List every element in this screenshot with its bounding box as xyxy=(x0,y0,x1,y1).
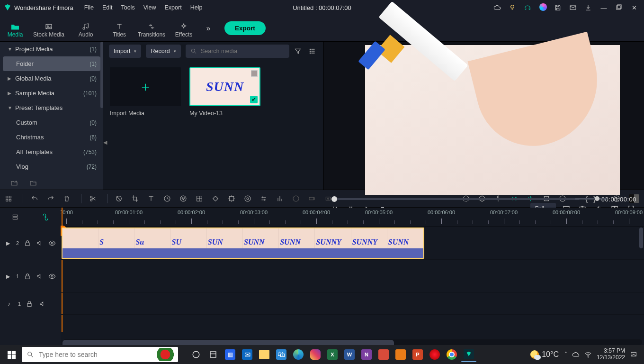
menu-tools[interactable]: Tools xyxy=(116,4,139,11)
tray-wifi-icon[interactable] xyxy=(584,351,592,358)
timeline-link-icon[interactable] xyxy=(42,213,49,221)
tab-titles[interactable]: Titles xyxy=(104,19,134,38)
tab-effects[interactable]: Effects xyxy=(169,19,199,38)
visibility-icon[interactable] xyxy=(48,239,56,247)
new-folder-icon[interactable] xyxy=(10,179,18,187)
mute-icon[interactable] xyxy=(39,300,47,308)
taskbar-app-pdf[interactable] xyxy=(376,347,391,362)
sidebar-item-sample-media[interactable]: ▶Sample Media (101) xyxy=(0,86,103,100)
mask-icon[interactable] xyxy=(244,195,254,202)
lock-icon[interactable] xyxy=(24,239,31,247)
tracking-icon[interactable] xyxy=(228,195,238,202)
window-minimize[interactable]: — xyxy=(599,4,608,11)
chroma-key-icon[interactable] xyxy=(292,195,303,202)
mute-icon[interactable] xyxy=(36,239,44,247)
sidebar-item-folder[interactable]: Folder (1) xyxy=(3,56,100,71)
taskbar-app-store[interactable]: 🛍 xyxy=(274,347,289,362)
menu-export[interactable]: Export xyxy=(161,4,186,11)
mute-icon[interactable] xyxy=(36,273,44,280)
track-head-video-1[interactable]: ▶1 xyxy=(0,260,61,293)
lightbulb-icon[interactable] xyxy=(509,4,517,11)
tabs-overflow-button[interactable]: » xyxy=(199,15,218,41)
grid-tool-icon[interactable] xyxy=(196,195,206,202)
sidebar-scrollbar[interactable] xyxy=(100,42,103,108)
import-media-card[interactable]: ＋ Import Media xyxy=(110,67,181,117)
preview-progress-slider[interactable] xyxy=(331,198,580,200)
sidebar-item-project-media[interactable]: ▼Project Media (1) xyxy=(0,42,103,56)
media-clip-card[interactable]: SUNN ✔ My Video-13 xyxy=(189,67,260,117)
save-icon[interactable] xyxy=(554,4,563,11)
taskbar-app-widgets[interactable]: ▦ xyxy=(223,347,238,362)
taskbar-app-opera[interactable] xyxy=(427,347,442,362)
taskbar-app-1[interactable] xyxy=(206,347,221,362)
sidebar-item-vlog[interactable]: Vlog (72) xyxy=(0,159,103,174)
menu-edit[interactable]: Edit xyxy=(98,4,117,11)
avatar-icon[interactable] xyxy=(539,3,547,12)
timeline-clip[interactable]: ▶My Video-13 SSuSUSUNSUNNSUNNSUNNYSUNNYS… xyxy=(62,228,424,259)
zoom-slider[interactable] xyxy=(575,198,607,200)
taskbar-weather[interactable]: 10°C xyxy=(530,350,559,359)
taskbar-clock[interactable]: 3:57 PM 12/13/2022 xyxy=(597,348,625,361)
taskbar-app-explorer[interactable] xyxy=(257,347,272,362)
text-tool-icon[interactable] xyxy=(147,195,158,202)
record-dropdown[interactable]: Record▾ xyxy=(146,45,180,58)
lock-icon[interactable] xyxy=(26,300,34,308)
task-view-button[interactable] xyxy=(188,347,204,362)
taskbar-app-onenote[interactable]: N xyxy=(359,347,374,362)
track-head-audio-1[interactable]: ♪1 xyxy=(0,293,61,315)
audio-mixer-icon[interactable] xyxy=(276,195,286,202)
undo-button[interactable] xyxy=(31,195,41,202)
taskbar-app-filmora[interactable] xyxy=(461,347,476,362)
sidebar-collapse-handle[interactable]: ◀ xyxy=(103,139,107,146)
select-tool-icon[interactable] xyxy=(5,195,15,202)
track-audio-1[interactable] xyxy=(61,293,644,315)
keyframe-icon[interactable] xyxy=(212,195,222,202)
search-media-input[interactable] xyxy=(201,48,285,55)
taskbar-app-edge[interactable] xyxy=(291,347,306,362)
split-button[interactable] xyxy=(89,195,99,202)
import-dropdown[interactable]: Import▾ xyxy=(109,45,141,58)
window-maximize[interactable] xyxy=(615,4,623,11)
menu-file[interactable]: File xyxy=(80,4,98,11)
sidebar-item-global-media[interactable]: ▶Global Media (0) xyxy=(0,71,103,86)
taskbar-app-powerpoint[interactable]: P xyxy=(410,347,425,362)
detach-audio-icon[interactable] xyxy=(308,195,319,202)
grid-view-icon[interactable] xyxy=(308,47,318,55)
menu-view[interactable]: View xyxy=(139,4,161,11)
download-icon[interactable] xyxy=(584,4,593,11)
tab-transitions[interactable]: Transitions xyxy=(134,19,169,38)
delete-button[interactable] xyxy=(63,195,73,202)
taskbar-app-instagram[interactable] xyxy=(308,347,323,362)
taskbar-search-input[interactable] xyxy=(39,351,173,358)
start-button[interactable] xyxy=(3,347,20,362)
mail-icon[interactable] xyxy=(569,4,578,11)
adjust-icon[interactable] xyxy=(260,195,270,202)
lock-icon[interactable] xyxy=(24,273,31,280)
tab-stock-media[interactable]: Stock Media xyxy=(30,19,67,38)
sidebar-item-christmas[interactable]: Christmas (6) xyxy=(0,130,103,145)
taskbar-app-mail[interactable]: ✉ xyxy=(240,347,255,362)
tray-notifications-icon[interactable] xyxy=(630,351,637,358)
timeline-h-scrollbar[interactable] xyxy=(63,339,642,345)
taskbar-search[interactable] xyxy=(22,347,178,362)
sidebar-item-custom[interactable]: Custom (0) xyxy=(0,115,103,130)
tray-onedrive-icon[interactable] xyxy=(572,351,580,358)
sidebar-item-all-templates[interactable]: All Templates (753) xyxy=(0,145,103,159)
cloud-icon[interactable] xyxy=(493,4,502,11)
track-video-1[interactable] xyxy=(61,260,644,293)
filter-icon[interactable] xyxy=(294,47,304,55)
taskbar-app-office[interactable] xyxy=(393,347,408,362)
crop-button[interactable] xyxy=(131,195,142,202)
taskbar-app-word[interactable]: W xyxy=(342,347,357,362)
preview-viewport[interactable] xyxy=(365,45,620,195)
headphones-icon[interactable] xyxy=(524,4,532,11)
marker-icon[interactable] xyxy=(115,195,125,202)
export-button[interactable]: Export xyxy=(224,21,266,35)
timeline-ruler[interactable]: 00:0000:00:01:0000:00:02:0000:00:03:0000… xyxy=(61,208,644,227)
tab-media[interactable]: Media xyxy=(0,19,30,38)
color-button[interactable] xyxy=(179,195,190,202)
search-media[interactable] xyxy=(186,45,289,58)
sidebar-item-preset-templates[interactable]: ▼Preset Templates xyxy=(0,100,103,115)
speed-button[interactable] xyxy=(163,195,174,202)
taskbar-app-chrome[interactable] xyxy=(444,347,459,362)
